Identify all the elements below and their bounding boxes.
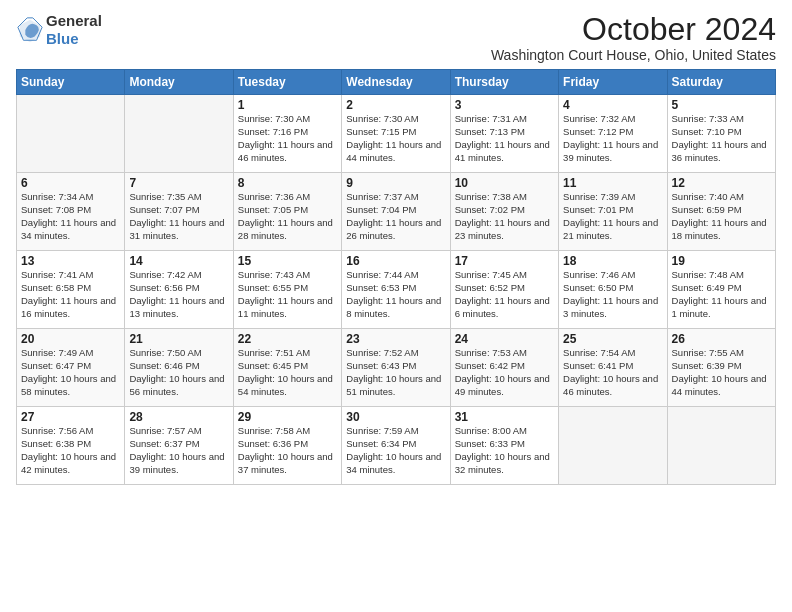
day-info: Sunrise: 7:46 AM Sunset: 6:50 PM Dayligh… [563,269,662,320]
day-number: 21 [129,332,228,346]
week-row-0: 1Sunrise: 7:30 AM Sunset: 7:16 PM Daylig… [17,95,776,173]
day-info: Sunrise: 7:53 AM Sunset: 6:42 PM Dayligh… [455,347,554,398]
day-info: Sunrise: 7:33 AM Sunset: 7:10 PM Dayligh… [672,113,771,164]
day-cell [559,407,667,485]
col-sunday: Sunday [17,70,125,95]
day-info: Sunrise: 7:38 AM Sunset: 7:02 PM Dayligh… [455,191,554,242]
day-cell: 10Sunrise: 7:38 AM Sunset: 7:02 PM Dayli… [450,173,558,251]
day-cell: 7Sunrise: 7:35 AM Sunset: 7:07 PM Daylig… [125,173,233,251]
day-cell: 3Sunrise: 7:31 AM Sunset: 7:13 PM Daylig… [450,95,558,173]
day-info: Sunrise: 7:48 AM Sunset: 6:49 PM Dayligh… [672,269,771,320]
week-row-3: 20Sunrise: 7:49 AM Sunset: 6:47 PM Dayli… [17,329,776,407]
day-number: 18 [563,254,662,268]
day-info: Sunrise: 7:30 AM Sunset: 7:16 PM Dayligh… [238,113,337,164]
week-row-1: 6Sunrise: 7:34 AM Sunset: 7:08 PM Daylig… [17,173,776,251]
day-number: 19 [672,254,771,268]
header: General Blue October 2024 Washington Cou… [16,12,776,63]
day-info: Sunrise: 7:50 AM Sunset: 6:46 PM Dayligh… [129,347,228,398]
day-info: Sunrise: 7:49 AM Sunset: 6:47 PM Dayligh… [21,347,120,398]
day-cell: 24Sunrise: 7:53 AM Sunset: 6:42 PM Dayli… [450,329,558,407]
day-number: 14 [129,254,228,268]
day-cell: 19Sunrise: 7:48 AM Sunset: 6:49 PM Dayli… [667,251,775,329]
day-cell: 13Sunrise: 7:41 AM Sunset: 6:58 PM Dayli… [17,251,125,329]
day-info: Sunrise: 7:41 AM Sunset: 6:58 PM Dayligh… [21,269,120,320]
day-info: Sunrise: 7:37 AM Sunset: 7:04 PM Dayligh… [346,191,445,242]
day-number: 29 [238,410,337,424]
page: General Blue October 2024 Washington Cou… [0,0,792,495]
col-thursday: Thursday [450,70,558,95]
day-cell: 18Sunrise: 7:46 AM Sunset: 6:50 PM Dayli… [559,251,667,329]
day-cell: 17Sunrise: 7:45 AM Sunset: 6:52 PM Dayli… [450,251,558,329]
day-cell: 15Sunrise: 7:43 AM Sunset: 6:55 PM Dayli… [233,251,341,329]
day-info: Sunrise: 7:44 AM Sunset: 6:53 PM Dayligh… [346,269,445,320]
day-cell: 21Sunrise: 7:50 AM Sunset: 6:46 PM Dayli… [125,329,233,407]
day-info: Sunrise: 7:34 AM Sunset: 7:08 PM Dayligh… [21,191,120,242]
day-info: Sunrise: 7:52 AM Sunset: 6:43 PM Dayligh… [346,347,445,398]
day-info: Sunrise: 7:36 AM Sunset: 7:05 PM Dayligh… [238,191,337,242]
day-number: 24 [455,332,554,346]
col-wednesday: Wednesday [342,70,450,95]
day-number: 17 [455,254,554,268]
day-number: 9 [346,176,445,190]
day-cell: 25Sunrise: 7:54 AM Sunset: 6:41 PM Dayli… [559,329,667,407]
week-row-4: 27Sunrise: 7:56 AM Sunset: 6:38 PM Dayli… [17,407,776,485]
day-number: 25 [563,332,662,346]
day-cell [667,407,775,485]
day-info: Sunrise: 7:45 AM Sunset: 6:52 PM Dayligh… [455,269,554,320]
day-number: 4 [563,98,662,112]
day-cell [17,95,125,173]
day-info: Sunrise: 7:30 AM Sunset: 7:15 PM Dayligh… [346,113,445,164]
day-number: 3 [455,98,554,112]
day-number: 7 [129,176,228,190]
day-cell: 22Sunrise: 7:51 AM Sunset: 6:45 PM Dayli… [233,329,341,407]
day-number: 6 [21,176,120,190]
day-cell: 31Sunrise: 8:00 AM Sunset: 6:33 PM Dayli… [450,407,558,485]
day-number: 2 [346,98,445,112]
day-info: Sunrise: 7:51 AM Sunset: 6:45 PM Dayligh… [238,347,337,398]
day-cell: 20Sunrise: 7:49 AM Sunset: 6:47 PM Dayli… [17,329,125,407]
day-info: Sunrise: 7:55 AM Sunset: 6:39 PM Dayligh… [672,347,771,398]
day-cell: 2Sunrise: 7:30 AM Sunset: 7:15 PM Daylig… [342,95,450,173]
logo-line2: Blue [46,30,102,48]
day-info: Sunrise: 7:59 AM Sunset: 6:34 PM Dayligh… [346,425,445,476]
day-cell: 14Sunrise: 7:42 AM Sunset: 6:56 PM Dayli… [125,251,233,329]
day-number: 16 [346,254,445,268]
day-cell: 29Sunrise: 7:58 AM Sunset: 6:36 PM Dayli… [233,407,341,485]
day-cell: 6Sunrise: 7:34 AM Sunset: 7:08 PM Daylig… [17,173,125,251]
day-number: 5 [672,98,771,112]
header-row: Sunday Monday Tuesday Wednesday Thursday… [17,70,776,95]
day-cell: 28Sunrise: 7:57 AM Sunset: 6:37 PM Dayli… [125,407,233,485]
day-info: Sunrise: 8:00 AM Sunset: 6:33 PM Dayligh… [455,425,554,476]
day-info: Sunrise: 7:58 AM Sunset: 6:36 PM Dayligh… [238,425,337,476]
month-title: October 2024 [491,12,776,47]
day-cell [125,95,233,173]
day-number: 20 [21,332,120,346]
day-number: 10 [455,176,554,190]
day-cell: 4Sunrise: 7:32 AM Sunset: 7:12 PM Daylig… [559,95,667,173]
day-number: 15 [238,254,337,268]
day-number: 1 [238,98,337,112]
day-info: Sunrise: 7:56 AM Sunset: 6:38 PM Dayligh… [21,425,120,476]
title-block: October 2024 Washington Court House, Ohi… [491,12,776,63]
day-info: Sunrise: 7:54 AM Sunset: 6:41 PM Dayligh… [563,347,662,398]
day-number: 22 [238,332,337,346]
day-info: Sunrise: 7:43 AM Sunset: 6:55 PM Dayligh… [238,269,337,320]
logo: General Blue [16,12,102,48]
day-cell: 8Sunrise: 7:36 AM Sunset: 7:05 PM Daylig… [233,173,341,251]
calendar-table: Sunday Monday Tuesday Wednesday Thursday… [16,69,776,485]
location-title: Washington Court House, Ohio, United Sta… [491,47,776,63]
day-cell: 5Sunrise: 7:33 AM Sunset: 7:10 PM Daylig… [667,95,775,173]
day-number: 12 [672,176,771,190]
logo-text: General Blue [46,12,102,48]
day-cell: 9Sunrise: 7:37 AM Sunset: 7:04 PM Daylig… [342,173,450,251]
col-saturday: Saturday [667,70,775,95]
day-number: 13 [21,254,120,268]
day-info: Sunrise: 7:32 AM Sunset: 7:12 PM Dayligh… [563,113,662,164]
logo-line1: General [46,12,102,30]
day-info: Sunrise: 7:42 AM Sunset: 6:56 PM Dayligh… [129,269,228,320]
day-cell: 30Sunrise: 7:59 AM Sunset: 6:34 PM Dayli… [342,407,450,485]
day-cell: 23Sunrise: 7:52 AM Sunset: 6:43 PM Dayli… [342,329,450,407]
day-info: Sunrise: 7:31 AM Sunset: 7:13 PM Dayligh… [455,113,554,164]
day-cell: 27Sunrise: 7:56 AM Sunset: 6:38 PM Dayli… [17,407,125,485]
day-info: Sunrise: 7:39 AM Sunset: 7:01 PM Dayligh… [563,191,662,242]
